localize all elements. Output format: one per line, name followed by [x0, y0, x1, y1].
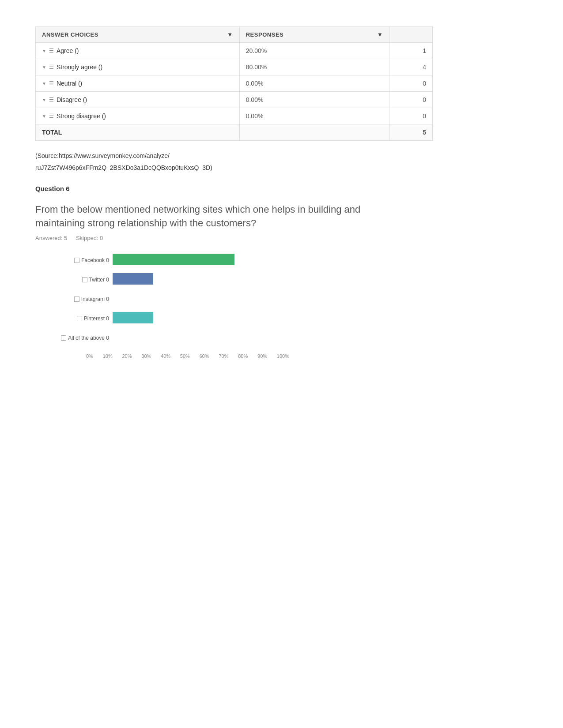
bar-label-text-3: Pinterest 0 [84, 315, 109, 322]
answer-label-2: Neutral () [57, 80, 82, 87]
answer-cell-2: ▼ ☰ Neutral () [36, 75, 240, 92]
table-row: ▼ ☰ Agree () 20.00% 1 [36, 43, 433, 59]
row-dropdown-2[interactable]: ▼ [42, 81, 46, 86]
table-row: ▼ ☰ Strongly agree () 80.00% 4 [36, 59, 433, 75]
x-tick-5: 50% [180, 353, 190, 359]
response-pct-2: 0.00% [239, 75, 389, 92]
x-tick-10: 100% [277, 353, 289, 359]
source-line2: ruJ7Zst7W496p6xFFm2Q_2BSXDo3a1DcQQBxop0t… [35, 163, 528, 173]
bar-row-0: Facebook 0 [62, 254, 371, 267]
answer-cell-1: ▼ ☰ Strongly agree () [36, 59, 240, 75]
bar-label-text-2: Instagram 0 [81, 296, 109, 302]
x-axis: 0%10%20%30%40%50%60%70%80%90%100% [86, 353, 289, 359]
bar-legend-icon-3 [77, 316, 82, 321]
answer-label-3: Disagree () [57, 96, 87, 103]
bar-area-2 [113, 293, 371, 306]
survey-results-table: ANSWER CHOICES ▼ RESPONSES ▼ ▼ ☰ Agree (… [35, 26, 433, 141]
x-tick-0: 0% [86, 353, 93, 359]
answered-count: Answered: 5 [35, 235, 67, 241]
row-list-icon-3: ☰ [49, 97, 54, 103]
row-dropdown-1[interactable]: ▼ [42, 65, 46, 70]
bar-row-3: Pinterest 0 [62, 312, 371, 325]
response-count-0: 1 [389, 43, 433, 59]
total-label: TOTAL [36, 124, 240, 141]
bar-fill-0 [113, 254, 234, 265]
bar-fill-3 [113, 312, 153, 323]
table-row: ▼ ☰ Disagree () 0.00% 0 [36, 92, 433, 108]
count-header [389, 27, 433, 43]
bar-legend-icon-4 [61, 335, 66, 341]
x-tick-2: 20% [122, 353, 132, 359]
question6-text: From the below mentioned networking site… [35, 203, 371, 230]
x-tick-8: 80% [238, 353, 248, 359]
bar-area-1 [113, 273, 371, 286]
answer-cell-3: ▼ ☰ Disagree () [36, 92, 240, 108]
bar-label-2: Instagram 0 [62, 296, 113, 302]
table-row: ▼ ☰ Neutral () 0.00% 0 [36, 75, 433, 92]
row-dropdown-0[interactable]: ▼ [42, 49, 46, 53]
bar-area-4 [113, 331, 371, 345]
row-list-icon-1: ☰ [49, 64, 54, 70]
row-dropdown-4[interactable]: ▼ [42, 114, 46, 119]
table-row: ▼ ☰ Strong disagree () 0.00% 0 [36, 108, 433, 124]
total-row: TOTAL 5 [36, 124, 433, 141]
question6-label: Question 6 [35, 185, 528, 192]
bar-area-0 [113, 254, 371, 267]
bar-label-text-0: Facebook 0 [81, 257, 109, 263]
x-tick-6: 60% [200, 353, 209, 359]
bar-label-text-1: Twitter 0 [89, 277, 109, 283]
source-line1: (Source:https://www.surveymonkey.com/ana… [35, 151, 528, 161]
answer-cell-0: ▼ ☰ Agree () [36, 43, 240, 59]
response-pct-1: 80.00% [239, 59, 389, 75]
bar-area-3 [113, 312, 371, 325]
x-tick-4: 40% [161, 353, 170, 359]
response-pct-4: 0.00% [239, 108, 389, 124]
bar-legend-icon-0 [74, 258, 79, 263]
responses-header[interactable]: RESPONSES ▼ [239, 27, 389, 43]
bar-label-text-4: All of the above 0 [68, 335, 109, 341]
chart-meta: Answered: 5 Skipped: 0 [35, 235, 528, 241]
row-list-icon-2: ☰ [49, 80, 54, 86]
x-tick-7: 70% [219, 353, 228, 359]
response-pct-0: 20.00% [239, 43, 389, 59]
x-tick-9: 90% [257, 353, 267, 359]
answer-choices-sort-icon[interactable]: ▼ [227, 31, 233, 38]
bar-chart-wrapper: Facebook 0 Twitter 0 Instagram 0 Pintere… [35, 254, 528, 359]
answer-label-0: Agree () [57, 47, 79, 54]
bar-row-4: All of the above 0 [62, 331, 371, 345]
responses-sort-icon[interactable]: ▼ [377, 31, 383, 38]
bar-legend-icon-2 [74, 296, 79, 302]
response-count-3: 0 [389, 92, 433, 108]
skipped-count: Skipped: 0 [76, 235, 103, 241]
x-tick-1: 10% [103, 353, 113, 359]
bar-row-2: Instagram 0 [62, 293, 371, 306]
answer-cell-4: ▼ ☰ Strong disagree () [36, 108, 240, 124]
response-count-4: 0 [389, 108, 433, 124]
row-list-icon-4: ☰ [49, 113, 54, 119]
bar-row-1: Twitter 0 [62, 273, 371, 286]
row-dropdown-3[interactable]: ▼ [42, 98, 46, 102]
bar-label-3: Pinterest 0 [62, 315, 113, 322]
response-count-2: 0 [389, 75, 433, 92]
bar-fill-1 [113, 273, 153, 285]
bar-label-0: Facebook 0 [62, 257, 113, 263]
response-pct-3: 0.00% [239, 92, 389, 108]
answer-label-1: Strongly agree () [57, 64, 102, 71]
x-tick-3: 30% [141, 353, 151, 359]
bar-label-4: All of the above 0 [62, 335, 113, 341]
answer-label-4: Strong disagree () [57, 113, 106, 120]
bar-label-1: Twitter 0 [62, 277, 113, 283]
total-count: 5 [389, 124, 433, 141]
response-count-1: 4 [389, 59, 433, 75]
bar-chart: Facebook 0 Twitter 0 Instagram 0 Pintere… [62, 254, 371, 351]
bar-legend-icon-1 [82, 277, 87, 282]
row-list-icon-0: ☰ [49, 48, 54, 54]
answer-choices-header[interactable]: ANSWER CHOICES ▼ [36, 27, 240, 43]
